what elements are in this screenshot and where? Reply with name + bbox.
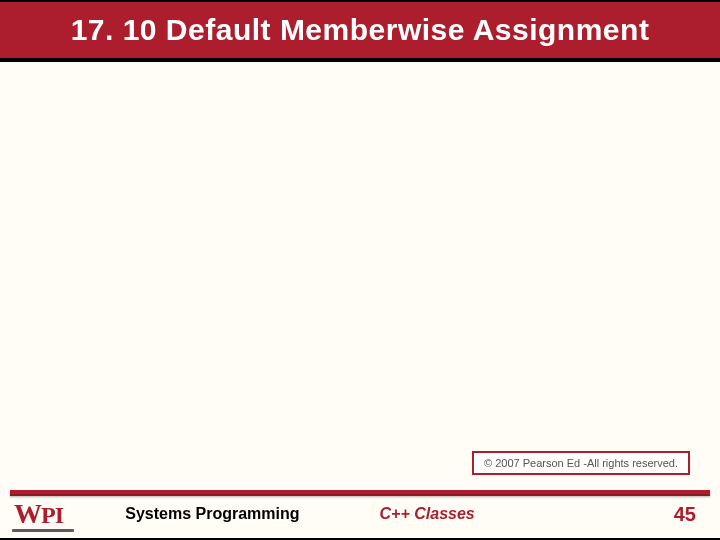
footer-divider	[10, 490, 710, 494]
footer-center: Systems Programming C++ Classes	[0, 505, 720, 523]
slide: 17. 10 Default Memberwise Assignment © 2…	[0, 0, 720, 540]
wpi-logo: W P I	[14, 500, 63, 528]
copyright-label: © 2007 Pearson Ed -All rights reserved.	[472, 451, 690, 475]
page-number: 45	[674, 503, 696, 526]
logo-letter-p: P	[41, 503, 55, 527]
title-bar: 17. 10 Default Memberwise Assignment	[0, 2, 720, 62]
logo-letter-i: I	[55, 503, 63, 527]
logo-letter-w: W	[14, 500, 41, 528]
slide-content	[0, 62, 720, 462]
logo-underline	[12, 529, 74, 532]
slide-title: 17. 10 Default Memberwise Assignment	[71, 13, 650, 47]
footer-topic-label: C++ Classes	[380, 505, 475, 523]
footer-course-label: Systems Programming	[125, 505, 299, 523]
footer: W P I Systems Programming C++ Classes 45	[0, 490, 720, 538]
